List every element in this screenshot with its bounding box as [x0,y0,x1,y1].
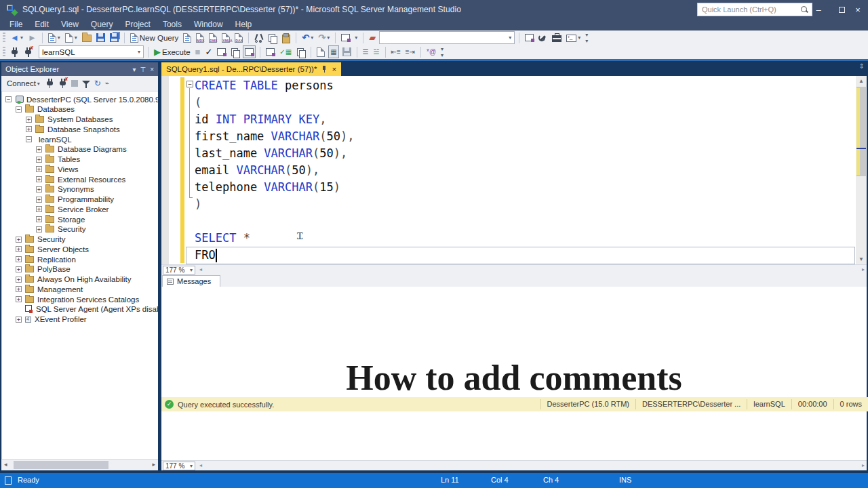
connect-button[interactable]: Connect ▾ [5,77,41,90]
object-explorer-hscrollbar[interactable]: ◂ ▸ [1,459,158,470]
tree-item[interactable]: +Always On High Availability [2,274,132,285]
code-line-11[interactable]: FRO [195,247,216,264]
expand-icon[interactable]: + [36,176,42,182]
collapse-icon[interactable]: − [16,106,22,113]
expand-icon[interactable]: + [36,166,42,172]
expand-icon[interactable]: + [16,237,22,243]
scrollbar-thumb[interactable] [14,461,108,469]
code-line-1[interactable]: CREATE TABLE persons [195,77,334,94]
code-line-6[interactable]: email VARCHAR(50), [195,162,319,179]
pin-icon[interactable] [321,66,327,73]
expand-icon[interactable]: + [16,317,22,323]
hscroll-right-icon[interactable]: ▸ [862,462,865,468]
database-selector[interactable]: learnSQL▾ [39,45,144,58]
hscroll-left-icon[interactable]: ◂ [199,266,202,272]
code-line-2[interactable]: ( [195,94,201,111]
menu-item-window[interactable]: Window [188,19,229,30]
sql-code-editor[interactable]: − CREATE TABLE persons(id INT PRIMARY KE… [161,76,867,264]
results-to-text-button[interactable] [315,45,326,58]
query-options-button[interactable] [229,45,241,58]
expand-icon[interactable]: + [16,246,22,252]
new-query-button[interactable]: New Query [129,31,180,44]
new-project-button[interactable]: ▾ [47,31,62,44]
toolbox-button[interactable] [551,31,563,44]
copy-button[interactable] [267,31,278,44]
expand-icon[interactable]: + [36,197,42,203]
parse-button[interactable]: ✓ [203,45,214,58]
tab-close-icon[interactable]: × [332,65,336,73]
selection-dropdown[interactable]: ▾ [353,31,359,44]
tree-item[interactable]: +Replication [2,254,76,264]
collapse-icon[interactable]: − [26,136,32,142]
toolbar-grip[interactable] [3,47,5,57]
quick-launch-input[interactable]: Quick Launch (Ctrl+Q) [697,3,812,16]
expand-icon[interactable]: + [36,146,42,152]
tree-item[interactable]: +Synonyms [2,184,94,195]
command-window-button[interactable]: ▾ [565,31,582,44]
code-line-8[interactable]: ) [195,196,201,213]
estimated-plan-button[interactable] [216,45,227,58]
results-to-grid-button[interactable]: ▦ [328,45,338,58]
live-query-stats-button[interactable] [295,45,307,58]
undo-button[interactable]: ↶▾ [300,31,315,44]
breakpoint-margin[interactable] [161,76,169,264]
increase-indent-button[interactable]: ≡⇥ [404,45,416,58]
expand-icon[interactable]: + [36,216,42,222]
connect-query-button[interactable] [9,45,20,58]
code-line-4[interactable]: first_name VARCHAR(50), [195,128,354,145]
toolbar-grip[interactable] [3,33,5,43]
expand-icon[interactable]: + [16,277,22,283]
menu-item-project[interactable]: Project [119,19,157,30]
activity-monitor-button[interactable]: ▰ [368,31,377,44]
toolbar-overflow-button[interactable]: ▾▾ [584,31,589,44]
pin-icon[interactable]: ⊤ [140,66,146,73]
database-engine-query-button[interactable] [182,31,193,44]
expand-icon[interactable]: + [16,256,22,262]
tree-item[interactable]: +Management [2,284,83,294]
redo-button[interactable]: ↷▾ [317,31,331,44]
expand-icon[interactable]: + [16,296,22,302]
expand-icon[interactable]: + [16,286,22,292]
code-line-10[interactable]: SELECT * [195,230,250,247]
menu-item-file[interactable]: File [3,19,28,30]
close-button[interactable]: × [848,0,868,19]
uncomment-button[interactable]: ☱ [372,45,381,58]
navigate-back-button[interactable]: ◄▾ [9,31,24,44]
panel-close-icon[interactable]: × [150,66,154,73]
menu-item-help[interactable]: Help [229,19,258,30]
hscroll-left-icon[interactable]: ◂ [199,462,202,468]
disconnect-icon[interactable]: ✗ [58,79,67,88]
comment-button[interactable]: ☰ [361,45,370,58]
xmla-query-button[interactable]: XMLA [220,31,231,44]
collapse-region-toggle[interactable]: − [186,81,193,87]
menu-item-tools[interactable]: Tools [157,19,188,30]
tree-item[interactable]: +Integration Services Catalogs [2,294,139,304]
tree-item[interactable]: +System Databases [2,115,113,125]
tree-item[interactable]: +Tables [2,155,80,165]
dmx-query-button[interactable]: DMX [208,31,218,44]
toolbar-overflow-button[interactable]: ▾▾ [439,45,445,58]
sqlcmd-mode-button[interactable]: *@ [425,45,437,58]
code-line-3[interactable]: id INT PRIMARY KEY, [195,111,327,128]
code-line-5[interactable]: last_name VARCHAR(50), [195,145,347,162]
execute-button[interactable]: ▶ Execute [153,45,192,58]
query-document-tab[interactable]: SQLQuery1.sql - De...RPC\Desserter (57))… [161,62,341,76]
expand-icon[interactable]: + [26,126,32,132]
cut-button[interactable] [253,31,264,44]
window-position-icon[interactable]: ▾ [132,66,136,73]
expand-icon[interactable]: + [36,186,42,192]
dax-query-button[interactable]: DAX [233,31,244,44]
results-to-file-button[interactable] [341,45,353,58]
messages-tab[interactable]: Messages [162,275,220,287]
customize-button[interactable] [537,31,549,44]
hscroll-right-icon[interactable]: ▸ [862,266,865,272]
tree-item[interactable]: +Views [2,164,78,174]
activity-icon[interactable]: ⌁ [105,79,109,88]
splitter-handle-icon[interactable]: ⇕ [859,62,867,76]
object-explorer-header[interactable]: Object Explorer ▾ ⊤ × [1,62,158,76]
cancel-query-button[interactable]: ■ [194,45,202,58]
tree-item[interactable]: SQL Server Agent (Agent XPs disabled) [2,304,158,314]
selection-button[interactable] [340,31,351,44]
tree-item[interactable]: −learnSQL [2,134,72,144]
tree-item[interactable]: +PolyBase [2,264,71,274]
